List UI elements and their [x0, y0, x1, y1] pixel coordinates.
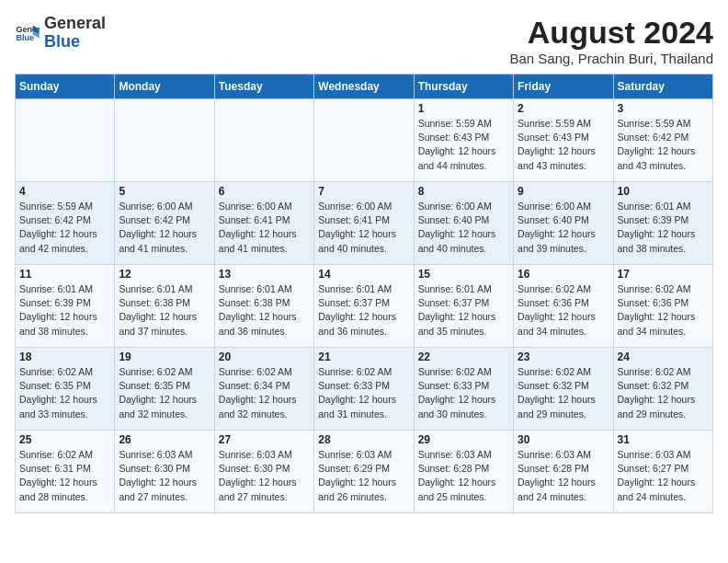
- day-info: Sunrise: 6:01 AM Sunset: 6:37 PM Dayligh…: [318, 282, 409, 339]
- calendar-cell: 24Sunrise: 6:02 AM Sunset: 6:32 PM Dayli…: [613, 348, 712, 431]
- calendar-cell: 13Sunrise: 6:01 AM Sunset: 6:38 PM Dayli…: [214, 265, 313, 348]
- header-sunday: Sunday: [16, 75, 115, 99]
- day-number: 29: [418, 433, 509, 446]
- calendar-cell: 27Sunrise: 6:03 AM Sunset: 6:30 PM Dayli…: [214, 431, 313, 513]
- calendar-cell: 19Sunrise: 6:02 AM Sunset: 6:35 PM Dayli…: [115, 348, 214, 431]
- day-info: Sunrise: 6:02 AM Sunset: 6:34 PM Dayligh…: [219, 365, 310, 421]
- day-number: 7: [318, 185, 409, 198]
- calendar-cell: 23Sunrise: 6:02 AM Sunset: 6:32 PM Dayli…: [514, 348, 613, 431]
- day-info: Sunrise: 6:00 AM Sunset: 6:40 PM Dayligh…: [518, 200, 609, 256]
- page-title: August 2024: [509, 15, 713, 51]
- calendar-cell: 8Sunrise: 6:00 AM Sunset: 6:40 PM Daylig…: [414, 182, 513, 265]
- day-number: 5: [119, 185, 210, 198]
- day-info: Sunrise: 6:02 AM Sunset: 6:31 PM Dayligh…: [19, 448, 110, 504]
- day-info: Sunrise: 6:02 AM Sunset: 6:35 PM Dayligh…: [119, 365, 210, 421]
- day-info: Sunrise: 6:01 AM Sunset: 6:38 PM Dayligh…: [119, 282, 210, 339]
- day-number: 26: [119, 433, 210, 446]
- day-info: Sunrise: 5:59 AM Sunset: 6:42 PM Dayligh…: [19, 200, 110, 256]
- svg-text:Blue: Blue: [16, 33, 34, 42]
- day-number: 16: [518, 268, 609, 281]
- day-number: 25: [19, 433, 110, 446]
- page-header: General Blue General Blue August 2024 Ba…: [15, 15, 713, 66]
- day-info: Sunrise: 5:59 AM Sunset: 6:42 PM Dayligh…: [618, 117, 709, 173]
- calendar-week-3: 11Sunrise: 6:01 AM Sunset: 6:39 PM Dayli…: [16, 265, 713, 348]
- day-number: 18: [19, 350, 110, 363]
- day-number: 17: [618, 268, 709, 281]
- day-number: 8: [418, 185, 509, 198]
- logo-icon: General Blue: [15, 20, 40, 46]
- header-thursday: Thursday: [414, 75, 513, 99]
- header-friday: Friday: [514, 75, 613, 99]
- day-number: 2: [518, 102, 609, 115]
- calendar-cell: 7Sunrise: 6:00 AM Sunset: 6:41 PM Daylig…: [314, 182, 414, 265]
- calendar-cell: 28Sunrise: 6:03 AM Sunset: 6:29 PM Dayli…: [314, 431, 414, 513]
- calendar-cell: [214, 99, 313, 182]
- calendar-cell: 17Sunrise: 6:02 AM Sunset: 6:36 PM Dayli…: [613, 265, 712, 348]
- calendar-header-row: SundayMondayTuesdayWednesdayThursdayFrid…: [16, 75, 713, 99]
- day-info: Sunrise: 6:01 AM Sunset: 6:39 PM Dayligh…: [19, 282, 110, 339]
- logo-text: General Blue: [44, 15, 106, 52]
- day-number: 23: [518, 350, 609, 363]
- day-number: 24: [618, 350, 709, 363]
- header-saturday: Saturday: [613, 75, 712, 99]
- day-number: 27: [219, 433, 310, 446]
- calendar-cell: 2Sunrise: 5:59 AM Sunset: 6:43 PM Daylig…: [514, 99, 613, 182]
- day-info: Sunrise: 6:01 AM Sunset: 6:38 PM Dayligh…: [219, 282, 310, 339]
- header-tuesday: Tuesday: [214, 75, 313, 99]
- logo: General Blue General Blue: [15, 15, 106, 52]
- day-info: Sunrise: 6:00 AM Sunset: 6:40 PM Dayligh…: [418, 200, 509, 256]
- day-info: Sunrise: 6:03 AM Sunset: 6:27 PM Dayligh…: [618, 448, 709, 504]
- day-number: 4: [19, 185, 110, 198]
- day-info: Sunrise: 6:02 AM Sunset: 6:32 PM Dayligh…: [518, 365, 609, 421]
- calendar-cell: 4Sunrise: 5:59 AM Sunset: 6:42 PM Daylig…: [16, 182, 115, 265]
- day-number: 9: [518, 185, 609, 198]
- day-info: Sunrise: 5:59 AM Sunset: 6:43 PM Dayligh…: [518, 117, 609, 173]
- day-info: Sunrise: 6:02 AM Sunset: 6:35 PM Dayligh…: [19, 365, 110, 421]
- day-info: Sunrise: 6:03 AM Sunset: 6:30 PM Dayligh…: [219, 448, 310, 504]
- day-info: Sunrise: 6:02 AM Sunset: 6:36 PM Dayligh…: [618, 282, 709, 339]
- day-info: Sunrise: 6:00 AM Sunset: 6:41 PM Dayligh…: [318, 200, 409, 256]
- calendar-cell: 20Sunrise: 6:02 AM Sunset: 6:34 PM Dayli…: [214, 348, 313, 431]
- calendar-cell: 18Sunrise: 6:02 AM Sunset: 6:35 PM Dayli…: [16, 348, 115, 431]
- calendar-cell: 25Sunrise: 6:02 AM Sunset: 6:31 PM Dayli…: [16, 431, 115, 513]
- day-number: 20: [219, 350, 310, 363]
- day-number: 10: [618, 185, 709, 198]
- calendar-cell: 21Sunrise: 6:02 AM Sunset: 6:33 PM Dayli…: [314, 348, 414, 431]
- day-number: 22: [418, 350, 509, 363]
- day-number: 19: [119, 350, 210, 363]
- calendar-cell: [314, 99, 414, 182]
- day-number: 30: [518, 433, 609, 446]
- day-info: Sunrise: 6:02 AM Sunset: 6:33 PM Dayligh…: [418, 365, 509, 421]
- calendar-cell: [16, 99, 115, 182]
- calendar-cell: 16Sunrise: 6:02 AM Sunset: 6:36 PM Dayli…: [514, 265, 613, 348]
- calendar-cell: 9Sunrise: 6:00 AM Sunset: 6:40 PM Daylig…: [514, 182, 613, 265]
- day-number: 11: [19, 268, 110, 281]
- header-monday: Monday: [115, 75, 214, 99]
- day-number: 13: [219, 268, 310, 281]
- calendar-cell: 6Sunrise: 6:00 AM Sunset: 6:41 PM Daylig…: [214, 182, 313, 265]
- calendar-cell: 1Sunrise: 5:59 AM Sunset: 6:43 PM Daylig…: [414, 99, 513, 182]
- calendar-week-4: 18Sunrise: 6:02 AM Sunset: 6:35 PM Dayli…: [16, 348, 713, 431]
- day-number: 21: [318, 350, 409, 363]
- calendar-cell: 10Sunrise: 6:01 AM Sunset: 6:39 PM Dayli…: [613, 182, 712, 265]
- day-info: Sunrise: 6:00 AM Sunset: 6:42 PM Dayligh…: [119, 200, 210, 256]
- calendar-cell: 26Sunrise: 6:03 AM Sunset: 6:30 PM Dayli…: [115, 431, 214, 513]
- day-info: Sunrise: 6:02 AM Sunset: 6:32 PM Dayligh…: [618, 365, 709, 421]
- day-info: Sunrise: 5:59 AM Sunset: 6:43 PM Dayligh…: [418, 117, 509, 173]
- day-number: 12: [119, 268, 210, 281]
- calendar-week-2: 4Sunrise: 5:59 AM Sunset: 6:42 PM Daylig…: [16, 182, 713, 265]
- day-number: 6: [219, 185, 310, 198]
- page-subtitle: Ban Sang, Prachin Buri, Thailand: [509, 51, 713, 66]
- day-info: Sunrise: 6:02 AM Sunset: 6:33 PM Dayligh…: [318, 365, 409, 421]
- day-number: 3: [618, 102, 709, 115]
- calendar-cell: 3Sunrise: 5:59 AM Sunset: 6:42 PM Daylig…: [613, 99, 712, 182]
- header-wednesday: Wednesday: [314, 75, 414, 99]
- day-number: 14: [318, 268, 409, 281]
- calendar-week-5: 25Sunrise: 6:02 AM Sunset: 6:31 PM Dayli…: [16, 431, 713, 513]
- calendar-cell: 15Sunrise: 6:01 AM Sunset: 6:37 PM Dayli…: [414, 265, 513, 348]
- calendar-cell: 30Sunrise: 6:03 AM Sunset: 6:28 PM Dayli…: [514, 431, 613, 513]
- calendar-table: SundayMondayTuesdayWednesdayThursdayFrid…: [15, 74, 713, 513]
- day-number: 1: [418, 102, 509, 115]
- calendar-cell: 5Sunrise: 6:00 AM Sunset: 6:42 PM Daylig…: [115, 182, 214, 265]
- day-number: 15: [418, 268, 509, 281]
